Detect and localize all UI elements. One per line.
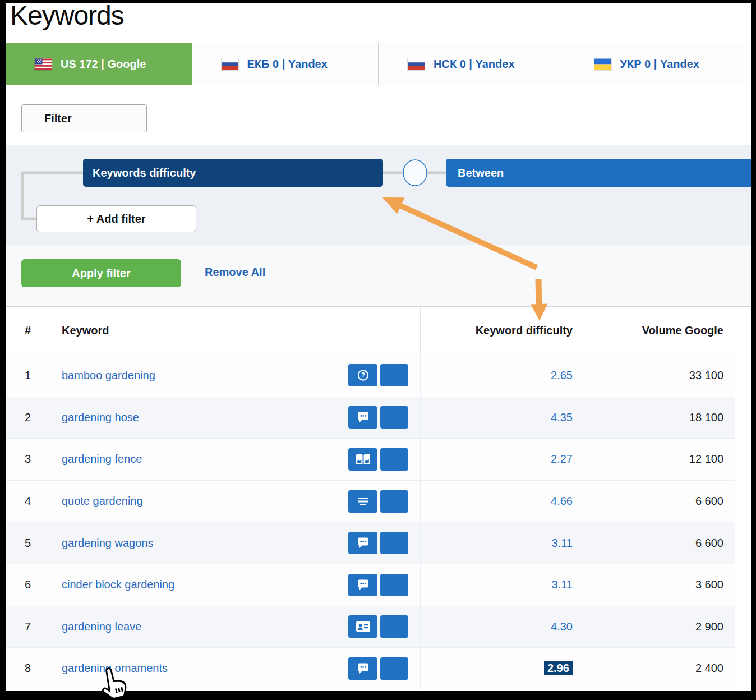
table-row: 5 gardening wagons 3.11 6 600 bbox=[6, 522, 735, 564]
row-index: 8 bbox=[6, 648, 50, 689]
row-extra-button[interactable] bbox=[380, 615, 408, 638]
country-tabs: US 172 | Google ЕКБ 0 | Yandex НСК 0 | Y… bbox=[6, 43, 751, 85]
keyword-link[interactable]: cinder block gardening bbox=[62, 578, 174, 591]
row-index: 3 bbox=[6, 439, 50, 480]
selected-difficulty-value: 2.96 bbox=[544, 661, 573, 675]
row-actions bbox=[348, 448, 408, 471]
svg-text:?: ? bbox=[361, 371, 365, 379]
row-actions bbox=[348, 615, 408, 638]
row-actions bbox=[348, 574, 408, 596]
row-index: 1 bbox=[6, 354, 50, 397]
ru-flag-icon bbox=[408, 58, 425, 70]
table-row: 1 bamboo gardening ? 2.65 33 100 bbox=[6, 354, 735, 397]
table-row: 2 gardening hose 4.35 18 100 bbox=[6, 397, 735, 439]
country-tab-active[interactable]: US 172 | Google bbox=[6, 43, 192, 85]
row-actions: ? bbox=[348, 364, 408, 386]
tab-label: НСК 0 | Yandex bbox=[434, 58, 515, 71]
chat-icon[interactable] bbox=[348, 574, 377, 596]
row-actions bbox=[348, 532, 408, 554]
volume-value: 6 600 bbox=[583, 481, 735, 522]
country-tab-inactive[interactable]: ЕКБ 0 | Yandex bbox=[192, 43, 379, 85]
row-index: 4 bbox=[6, 481, 50, 522]
filter-field-button[interactable]: Keywords difficulty bbox=[83, 159, 383, 187]
tab-label: УКР 0 | Yandex bbox=[620, 58, 699, 71]
header-difficulty: Keyword difficulty bbox=[421, 307, 583, 354]
table-body: 1 bamboo gardening ? 2.65 33 100 2 garde… bbox=[6, 354, 735, 689]
table-row: 8 gardening ornaments 2.96 2 400 bbox=[6, 647, 735, 689]
difficulty-value[interactable]: 3.11 bbox=[421, 564, 583, 606]
chat-icon[interactable] bbox=[348, 406, 377, 429]
table-row: 7 gardening leave 4.30 2 900 bbox=[6, 606, 735, 648]
keyword-link[interactable]: quote gardening bbox=[62, 495, 143, 508]
row-extra-button[interactable] bbox=[380, 490, 408, 513]
row-extra-button[interactable] bbox=[380, 448, 408, 471]
filter-button[interactable]: Filter bbox=[21, 104, 147, 132]
country-tab-inactive[interactable]: УКР 0 | Yandex bbox=[565, 43, 752, 85]
volume-value: 33 100 bbox=[583, 354, 735, 397]
volume-value: 12 100 bbox=[583, 439, 735, 480]
question-icon[interactable]: ? bbox=[348, 364, 377, 386]
header-index: # bbox=[6, 307, 50, 354]
table-row: 6 cinder block gardening 3.11 3 600 bbox=[6, 564, 735, 606]
tab-label: ЕКБ 0 | Yandex bbox=[247, 58, 328, 71]
difficulty-value[interactable]: 2.96 bbox=[421, 648, 583, 689]
tab-label: US 172 | Google bbox=[61, 58, 146, 71]
row-actions bbox=[348, 490, 408, 513]
images-icon[interactable] bbox=[348, 448, 377, 471]
volume-value: 2 900 bbox=[583, 606, 735, 648]
chat-icon[interactable] bbox=[348, 532, 377, 554]
row-index: 5 bbox=[6, 522, 50, 564]
row-actions bbox=[348, 657, 408, 680]
remove-all-link[interactable]: Remove All bbox=[205, 266, 265, 279]
difficulty-value[interactable]: 4.66 bbox=[421, 481, 583, 522]
keyword-link[interactable]: gardening hose bbox=[62, 411, 139, 424]
row-extra-button[interactable] bbox=[380, 657, 408, 680]
difficulty-value[interactable]: 2.27 bbox=[421, 439, 583, 480]
difficulty-value[interactable]: 3.11 bbox=[421, 522, 583, 564]
add-filter-button[interactable]: + Add filter bbox=[36, 205, 196, 232]
country-tab-inactive[interactable]: НСК 0 | Yandex bbox=[378, 43, 565, 85]
apply-section: Apply filter Remove All bbox=[6, 245, 751, 307]
header-volume: Volume Google bbox=[583, 307, 735, 354]
row-index: 7 bbox=[6, 606, 50, 648]
row-index: 6 bbox=[6, 564, 50, 606]
row-extra-button[interactable] bbox=[380, 574, 408, 596]
difficulty-value[interactable]: 4.30 bbox=[421, 606, 583, 648]
row-index: 2 bbox=[6, 397, 50, 439]
keyword-link[interactable]: gardening fence bbox=[62, 453, 142, 466]
filter-operator-button[interactable]: Between bbox=[446, 159, 751, 187]
row-actions bbox=[348, 406, 408, 429]
screenshot-frame: Keywords US 172 | Google ЕКБ 0 | Yandex … bbox=[0, 0, 756, 700]
apply-filter-button[interactable]: Apply filter bbox=[21, 259, 181, 287]
row-extra-button[interactable] bbox=[380, 406, 408, 429]
keyword-link[interactable]: gardening ornaments bbox=[62, 662, 168, 675]
volume-value: 6 600 bbox=[583, 522, 735, 564]
keyword-link[interactable]: gardening wagons bbox=[62, 537, 153, 550]
row-extra-button[interactable] bbox=[380, 364, 408, 386]
ru-flag-icon bbox=[222, 58, 238, 70]
id-card-icon[interactable] bbox=[348, 615, 377, 638]
keywords-page: Keywords US 172 | Google ЕКБ 0 | Yandex … bbox=[6, 3, 751, 691]
volume-value: 3 600 bbox=[583, 564, 735, 606]
table-row: 3 gardening fence 2.27 12 100 bbox=[6, 438, 735, 480]
volume-value: 18 100 bbox=[583, 397, 735, 439]
page-title: Keywords bbox=[10, 3, 124, 31]
chat-icon[interactable] bbox=[348, 657, 377, 680]
difficulty-value[interactable]: 4.35 bbox=[421, 397, 583, 439]
keyword-link[interactable]: gardening leave bbox=[62, 620, 141, 633]
difficulty-value[interactable]: 2.65 bbox=[421, 354, 583, 397]
text-lines-icon[interactable] bbox=[348, 490, 377, 513]
us-flag-icon bbox=[35, 58, 52, 70]
header-keyword: Keyword bbox=[50, 307, 421, 354]
row-extra-button[interactable] bbox=[380, 532, 408, 554]
table-row: 4 quote gardening 4.66 6 600 bbox=[6, 480, 735, 522]
ua-flag-icon bbox=[594, 58, 611, 70]
table-header: # Keyword Keyword difficulty Volume Goog… bbox=[6, 307, 735, 354]
keyword-link[interactable]: bamboo gardening bbox=[62, 369, 155, 382]
volume-value: 2 400 bbox=[583, 648, 735, 689]
